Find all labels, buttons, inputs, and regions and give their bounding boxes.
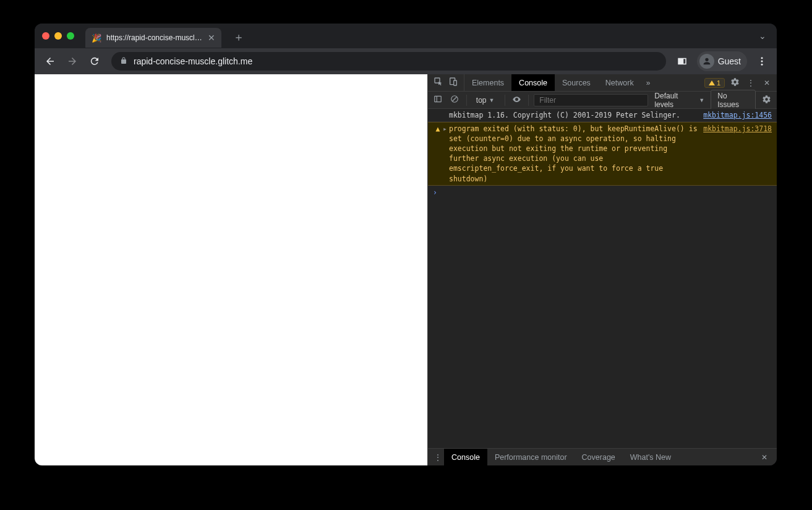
svg-point-1 — [761, 61, 763, 63]
forward-button[interactable] — [63, 52, 82, 71]
devtools-drawer: ⋮ Console Performance monitor Coverage W… — [428, 448, 777, 465]
log-row-info: mkbitmap 1.16. Copyright (C) 2001-2019 P… — [428, 109, 777, 122]
chevron-down-icon: ▼ — [489, 97, 495, 103]
close-window-button[interactable] — [42, 32, 49, 40]
tab-favicon: 🎉 — [92, 33, 101, 43]
log-levels-label: Default levels — [654, 92, 696, 109]
console-filter-input[interactable] — [534, 94, 648, 106]
log-message: program exited (with status: 0), but kee… — [449, 124, 703, 184]
drawer-tab-console[interactable]: Console — [444, 449, 487, 465]
drawer-tab-performance-monitor[interactable]: Performance monitor — [487, 449, 575, 465]
maximize-window-button[interactable] — [67, 32, 74, 40]
devtools-tabbar: Elements Console Sources Network » 1 ⋮ ✕ — [428, 74, 777, 92]
live-expression-icon[interactable] — [510, 95, 523, 106]
console-settings-icon[interactable] — [759, 95, 773, 106]
devtools-tab-elements[interactable]: Elements — [464, 74, 511, 91]
console-sidebar-toggle-icon[interactable] — [432, 95, 445, 105]
log-source-link[interactable]: mkbitmap.js:3718 — [703, 124, 772, 134]
tab-title: https://rapid-concise-muscle.g — [106, 33, 203, 42]
svg-rect-5 — [454, 80, 457, 85]
console-log-area[interactable]: mkbitmap 1.16. Copyright (C) 2001-2019 P… — [428, 109, 777, 448]
drawer-tab-coverage[interactable]: Coverage — [575, 449, 623, 465]
content-area: Elements Console Sources Network » 1 ⋮ ✕ — [35, 74, 777, 465]
new-tab-button[interactable]: ＋ — [230, 28, 247, 46]
console-filterbar: top ▼ Default levels ▼ No Issues — [428, 92, 777, 109]
svg-rect-6 — [435, 96, 442, 102]
chevron-down-icon: ▼ — [699, 97, 704, 103]
svg-point-0 — [761, 57, 763, 59]
devtools-panel: Elements Console Sources Network » 1 ⋮ ✕ — [427, 74, 777, 465]
devtools-menu-icon[interactable]: ⋮ — [745, 79, 757, 87]
devtools-tab-console[interactable]: Console — [511, 74, 555, 91]
devtools-tab-network[interactable]: Network — [598, 74, 641, 91]
tab-search-button[interactable]: ⌄ — [756, 31, 769, 41]
devtools-close-icon[interactable]: ✕ — [761, 79, 773, 87]
warning-icon — [709, 80, 715, 85]
console-prompt[interactable]: › — [428, 186, 777, 199]
avatar-icon — [699, 54, 714, 69]
context-selector[interactable]: top ▼ — [472, 94, 500, 106]
inspect-element-icon[interactable] — [432, 77, 445, 89]
minimize-window-button[interactable] — [54, 32, 62, 40]
profile-label: Guest — [718, 56, 741, 66]
context-label: top — [476, 96, 487, 105]
profile-button[interactable]: Guest — [697, 51, 747, 71]
address-bar[interactable]: rapid-concise-muscle.glitch.me — [111, 52, 666, 71]
tab-close-icon[interactable]: ✕ — [208, 33, 215, 43]
devtools-settings-icon[interactable] — [729, 77, 741, 89]
side-panel-button[interactable] — [673, 53, 691, 70]
window-controls — [42, 32, 74, 40]
warning-count-badge[interactable]: 1 — [704, 78, 725, 88]
drawer-close-icon[interactable]: ✕ — [758, 453, 771, 462]
log-message: mkbitmap 1.16. Copyright (C) 2001-2019 P… — [449, 110, 703, 120]
browser-tab[interactable]: 🎉 https://rapid-concise-muscle.g ✕ — [85, 28, 221, 48]
titlebar: 🎉 https://rapid-concise-muscle.g ✕ ＋ ⌄ — [35, 24, 777, 48]
issues-button[interactable]: No Issues — [711, 90, 756, 111]
drawer-menu-icon[interactable]: ⋮ — [432, 453, 444, 462]
warning-icon: ▲ — [433, 124, 443, 134]
drawer-tab-whats-new[interactable]: What's New — [623, 449, 678, 465]
svg-point-2 — [761, 64, 763, 66]
devtools-tab-overflow[interactable]: » — [641, 79, 656, 87]
log-source-link[interactable]: mkbitmap.js:1456 — [703, 110, 772, 120]
lock-icon — [120, 57, 127, 66]
page-viewport[interactable] — [35, 74, 427, 465]
reload-button[interactable] — [85, 52, 104, 71]
log-levels-selector[interactable]: Default levels ▼ — [652, 92, 707, 109]
back-button[interactable] — [41, 52, 59, 71]
expand-icon[interactable]: ▸ — [443, 124, 449, 134]
devtools-tab-sources[interactable]: Sources — [555, 74, 598, 91]
toolbar: rapid-concise-muscle.glitch.me Guest — [35, 48, 777, 74]
url-text: rapid-concise-muscle.glitch.me — [134, 56, 657, 66]
browser-window: 🎉 https://rapid-concise-muscle.g ✕ ＋ ⌄ r… — [35, 24, 777, 465]
svg-line-9 — [453, 97, 457, 102]
browser-menu-button[interactable] — [753, 53, 771, 70]
clear-console-icon[interactable] — [448, 95, 461, 105]
warning-count: 1 — [717, 79, 720, 87]
log-row-warn: ▲ ▸ program exited (with status: 0), but… — [428, 122, 777, 186]
device-toolbar-icon[interactable] — [447, 77, 460, 89]
